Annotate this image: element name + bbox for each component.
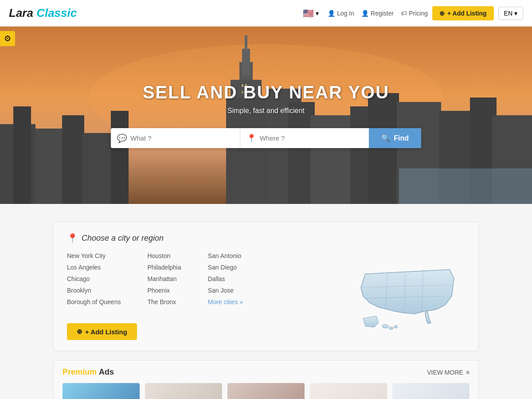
svg-rect-4 [35, 129, 62, 204]
flag-dropdown-arrow: ▾ [316, 10, 319, 17]
city-section: 📍 Choose a city or region New York CityL… [53, 222, 479, 351]
premium-card[interactable] [63, 383, 140, 399]
navbar-links: 👤 Log In 👤 Register 🏷 Pricing [328, 10, 428, 17]
premium-title: Premium Ads [63, 368, 114, 377]
city-grid-and-map: New York CityLos AngelesChicagoBrooklynB… [67, 252, 465, 340]
city-link[interactable]: Phoenix [147, 287, 181, 294]
city-columns: New York CityLos AngelesChicagoBrooklynB… [67, 252, 243, 310]
login-link[interactable]: 👤 Log In [328, 10, 354, 17]
premium-card[interactable] [227, 383, 305, 399]
add-listing-section-button[interactable]: ⊕ + Add Listing [67, 323, 137, 340]
svg-rect-6 [82, 133, 113, 204]
view-more-button[interactable]: VIEW MORE ≡ [427, 369, 469, 376]
city-link[interactable]: More cities » [208, 298, 243, 305]
where-icon: 📍 [246, 133, 256, 143]
city-column-3: San AntonioSan DiegoDallasSan JoseMore c… [208, 252, 243, 310]
pricing-link[interactable]: 🏷 Pricing [401, 10, 428, 17]
search-where-input[interactable] [260, 128, 363, 148]
premium-card[interactable] [392, 383, 469, 399]
svg-point-32 [382, 325, 388, 328]
city-link[interactable]: Houston [147, 252, 181, 259]
city-column-2: HoustonPhiladelphiaManhattanPhoenixThe B… [147, 252, 181, 310]
search-icon: 🔍 [381, 134, 390, 142]
city-section-heading: Choose a city or region [82, 234, 164, 243]
brand-classic: Classic [36, 6, 77, 20]
city-section-header: 📍 Choose a city or region [67, 233, 465, 243]
city-link[interactable]: Los Angeles [67, 264, 121, 271]
tag-icon: 🏷 [401, 10, 407, 17]
city-link[interactable]: The Bronx [147, 298, 181, 305]
svg-rect-10 [245, 35, 247, 53]
city-column-1: New York CityLos AngelesChicagoBrooklynB… [67, 252, 121, 310]
city-link[interactable]: Manhattan [147, 275, 181, 282]
premium-card[interactable] [310, 383, 387, 399]
city-link[interactable]: Brooklyn [67, 287, 121, 294]
hero-title: SELL AND BUY NEAR YOU [111, 82, 421, 102]
city-link[interactable]: Philadelphia [147, 264, 181, 271]
city-link[interactable]: New York City [67, 252, 121, 259]
search-where-container: 📍 [240, 128, 369, 148]
find-button[interactable]: 🔍 Find [369, 128, 421, 148]
premium-cards [63, 383, 469, 399]
brand-lara: Lara [9, 6, 33, 20]
pin-icon: 📍 [67, 233, 78, 243]
add-listing-button[interactable]: ⊕ + Add Listing [432, 6, 494, 20]
city-link[interactable]: San Diego [208, 264, 243, 271]
language-button[interactable]: EN ▾ [498, 7, 523, 20]
search-what-container: 💬 [111, 128, 240, 148]
city-link[interactable]: Chicago [67, 275, 121, 282]
hero-content: SELL AND BUY NEAR YOU Simple, fast and e… [111, 82, 421, 148]
svg-rect-26 [399, 168, 532, 204]
plus-icon: ⊕ [439, 10, 445, 17]
plus-icon: ⊕ [77, 328, 82, 336]
settings-gear-button[interactable]: ⚙ [0, 31, 15, 46]
search-what-input[interactable] [130, 128, 234, 148]
svg-point-33 [389, 327, 393, 329]
svg-rect-3 [13, 106, 31, 204]
search-bar: 💬 📍 🔍 Find [111, 128, 421, 148]
city-link[interactable]: Dallas [208, 275, 243, 282]
language-flag-dropdown[interactable]: 🇺🇸 ▾ [303, 8, 319, 19]
what-icon: 💬 [117, 133, 127, 143]
person-icon: 👤 [361, 10, 369, 17]
gear-icon: ⚙ [4, 34, 11, 43]
city-link[interactable]: San Jose [208, 287, 243, 294]
city-link[interactable]: San Antonio [208, 252, 243, 259]
svg-rect-5 [62, 115, 84, 204]
flag-icon: 🇺🇸 [303, 8, 314, 19]
brand-logo: Lara Classic [9, 6, 77, 20]
chevron-down-icon: ▾ [514, 10, 517, 17]
premium-section: Premium Ads VIEW MORE ≡ [53, 360, 479, 399]
premium-header: Premium Ads VIEW MORE ≡ [63, 368, 469, 377]
register-link[interactable]: 👤 Register [361, 10, 394, 17]
svg-point-34 [394, 325, 398, 328]
user-icon: 👤 [328, 10, 335, 17]
list-icon: ≡ [466, 369, 469, 376]
usa-map [350, 252, 465, 340]
hero-section: SELL AND BUY NEAR YOU Simple, fast and e… [0, 27, 532, 204]
city-link[interactable]: Borough of Queens [67, 298, 121, 305]
hero-subtitle: Simple, fast and efficient [111, 107, 421, 115]
premium-card[interactable] [145, 383, 222, 399]
navbar: Lara Classic 🇺🇸 ▾ 👤 Log In 👤 Register 🏷 … [0, 0, 532, 27]
